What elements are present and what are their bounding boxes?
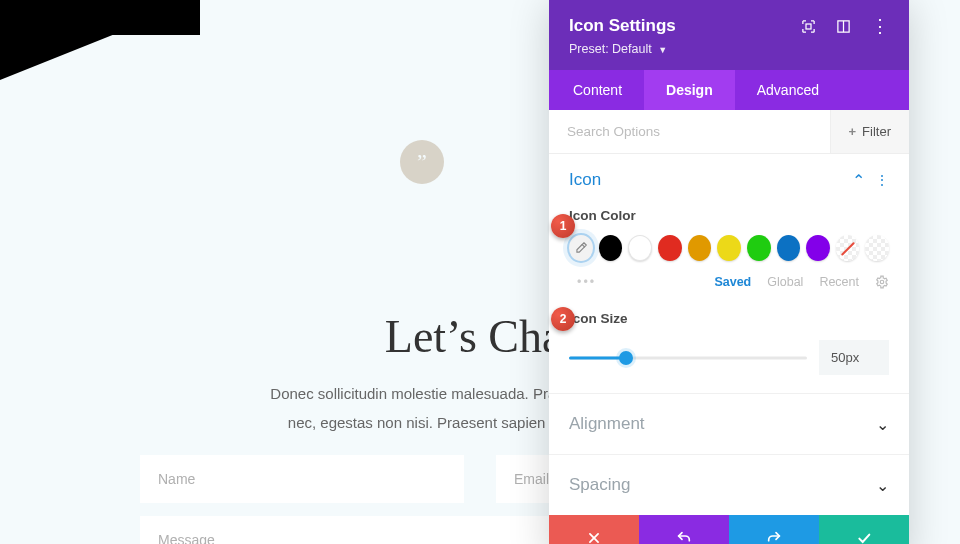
plus-icon: + <box>849 124 857 139</box>
filter-label: Filter <box>862 124 891 139</box>
slider-thumb[interactable] <box>619 351 633 365</box>
panel-header: Icon Settings ⋮ Preset: <box>549 0 909 70</box>
color-swatch-black[interactable] <box>599 235 623 261</box>
check-icon <box>856 530 872 544</box>
kebab-menu-icon[interactable]: ⋮ <box>875 172 889 188</box>
section-icon-header[interactable]: Icon ⌃ ⋮ <box>569 168 889 194</box>
panel-tabs: Content Design Advanced <box>549 70 909 110</box>
page-background: ” Let’s Chat Donec sollicitudin molestie… <box>0 0 960 544</box>
color-swatch-orange[interactable] <box>688 235 712 261</box>
chevron-down-icon: ⌄ <box>876 476 889 495</box>
palette-tab-recent[interactable]: Recent <box>819 275 859 289</box>
icon-size-slider[interactable] <box>569 346 807 370</box>
preset-value: Default <box>612 42 652 56</box>
chevron-down-icon: ⌄ <box>876 415 889 434</box>
more-icon[interactable]: ••• <box>577 275 596 289</box>
gear-icon[interactable] <box>875 275 889 289</box>
undo-icon <box>676 530 692 544</box>
slider-fill <box>569 356 626 359</box>
quote-icon: ” <box>400 140 444 184</box>
color-swatch-none[interactable] <box>836 235 860 261</box>
redo-button[interactable] <box>729 515 819 544</box>
chevron-down-icon: ▼ <box>658 45 667 55</box>
confirm-button[interactable] <box>819 515 909 544</box>
color-swatch-trans[interactable] <box>865 235 889 261</box>
close-icon <box>587 531 601 544</box>
search-bar: + Filter <box>549 110 909 154</box>
tab-advanced[interactable]: Advanced <box>735 70 841 110</box>
svg-rect-0 <box>806 24 811 29</box>
tab-content[interactable]: Content <box>549 70 644 110</box>
fullscreen-icon[interactable] <box>801 17 816 35</box>
tab-design[interactable]: Design <box>644 70 735 110</box>
header-shape-slant <box>0 0 200 80</box>
palette-tab-saved[interactable]: Saved <box>714 275 751 289</box>
filter-button[interactable]: + Filter <box>830 110 909 153</box>
icon-color-label: Icon Color <box>569 208 889 223</box>
color-swatch-purple[interactable] <box>806 235 830 261</box>
section-spacing-header[interactable]: Spacing ⌄ <box>549 454 909 515</box>
callout-badge-2: 2 <box>551 307 575 331</box>
dual-pane-icon[interactable] <box>836 17 851 35</box>
color-picker[interactable] <box>569 235 593 261</box>
chevron-up-icon: ⌃ <box>852 171 865 190</box>
section-icon: Icon ⌃ ⋮ Icon Color ••• Saved Global Rec… <box>549 154 909 393</box>
panel-footer <box>549 515 909 544</box>
palette-tab-global[interactable]: Global <box>767 275 803 289</box>
name-field[interactable] <box>140 455 464 503</box>
section-alignment-title: Alignment <box>569 414 645 434</box>
color-swatch-white[interactable] <box>628 235 652 261</box>
color-palette-tabs: Saved Global Recent <box>714 275 889 289</box>
search-input[interactable] <box>549 110 830 153</box>
preset-dropdown[interactable]: Preset: Default ▼ <box>569 42 889 56</box>
redo-icon <box>766 530 782 544</box>
kebab-menu-icon[interactable]: ⋮ <box>871 17 889 35</box>
undo-button[interactable] <box>639 515 729 544</box>
icon-size-label: Icon Size <box>569 311 889 326</box>
section-icon-title: Icon <box>569 170 601 190</box>
color-swatches <box>569 235 889 261</box>
panel-title: Icon Settings <box>569 16 676 36</box>
icon-size-value[interactable]: 50px <box>819 340 889 375</box>
color-swatch-green[interactable] <box>747 235 771 261</box>
color-swatch-blue[interactable] <box>777 235 801 261</box>
section-spacing-title: Spacing <box>569 475 630 495</box>
callout-badge-1: 1 <box>551 214 575 238</box>
icon-settings-panel: Icon Settings ⋮ Preset: <box>549 0 909 544</box>
svg-point-3 <box>880 280 884 284</box>
cancel-button[interactable] <box>549 515 639 544</box>
color-swatch-yellow[interactable] <box>717 235 741 261</box>
color-swatch-red[interactable] <box>658 235 682 261</box>
preset-label: Preset: <box>569 42 609 56</box>
section-alignment-header[interactable]: Alignment ⌄ <box>549 393 909 454</box>
eyedropper-icon <box>574 241 588 255</box>
